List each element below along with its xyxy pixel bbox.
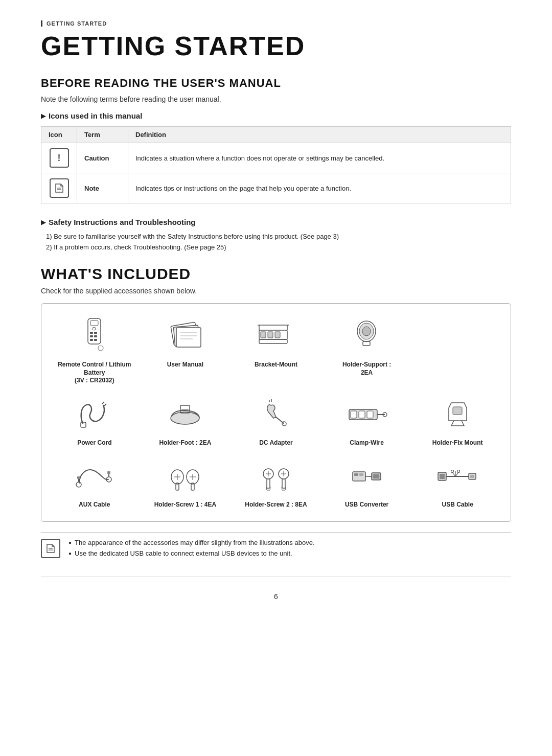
col-term: Term [77,127,128,143]
svg-rect-45 [453,407,462,415]
svg-point-33 [171,412,199,424]
holder-foot-label: Holder-Foot : 2EA [159,439,211,447]
holder-foot-image [159,394,211,435]
accessory-aux-cable: AUX Cable [52,456,137,509]
user-manual-image [159,316,211,357]
svg-line-81 [455,472,458,476]
usb-cable-label: USB Cable [442,501,473,509]
svg-rect-41 [359,411,365,418]
svg-rect-63 [267,479,270,488]
notes-box: The appearance of the accessories may di… [41,532,511,566]
dc-adapter-label: DC Adapter [259,439,293,447]
svg-line-80 [452,472,455,476]
accessory-user-manual: User Manual [143,316,228,385]
svg-rect-20 [268,332,273,338]
holder-screw1-label: Holder-Screw 1 : 4EA [154,501,216,509]
svg-point-46 [76,482,81,487]
svg-rect-68 [353,472,365,481]
svg-rect-51 [107,471,110,474]
svg-rect-73 [373,474,379,478]
svg-rect-5 [90,332,93,334]
holder-fix-mount-label: Holder-Fix Mount [432,439,483,447]
remote-control-label: Remote Control / Lithium Battery(3V : CR… [52,361,137,385]
note-icon [50,178,69,198]
svg-rect-8 [94,335,97,337]
svg-point-38 [282,422,286,426]
aux-cable-image [69,456,120,497]
svg-rect-48 [77,476,80,479]
accessory-remote-control: Remote Control / Lithium Battery(3V : CR… [52,316,137,385]
bracket-mount-image [250,316,302,357]
accessory-dc-adapter: DC Adapter [233,394,319,447]
usb-converter-image [341,456,393,497]
svg-point-28 [362,327,371,336]
holder-screw1-image [159,456,211,497]
svg-point-82 [451,470,454,473]
note-item-1: The appearance of the accessories may di… [68,539,315,546]
usb-converter-label: USB Converter [345,501,388,509]
holder-support-image [341,316,393,357]
before-reading-subtitle: Note the following terms before reading … [41,95,511,103]
caution-icon: ! [50,148,69,168]
svg-rect-14 [176,328,201,347]
holder-fix-mount-image [432,394,483,435]
power-cord-label: Power Cord [77,439,111,447]
note-definition: Indicates tips or instructions on the pa… [128,173,511,203]
whats-included-subtitle: Check for the supplied accessories shown… [41,287,511,295]
bottom-divider [41,577,511,577]
accessory-holder-support: Holder-Support :2EA [324,316,410,385]
svg-rect-6 [94,332,97,334]
col-icon: Icon [41,127,77,143]
holder-screw2-image [250,456,302,497]
svg-rect-21 [275,332,280,338]
svg-rect-69 [354,473,358,476]
table-row: Note Indicates tips or instructions on t… [41,173,511,203]
accessory-usb-converter: USB Converter [324,456,410,509]
svg-rect-19 [261,332,266,338]
accessory-holder-foot: Holder-Foot : 2EA [143,394,228,447]
svg-rect-42 [367,411,373,418]
accessory-holder-fix-mount: Holder-Fix Mount [415,394,500,447]
note-icon-cell [41,173,77,203]
accessories-grid: Remote Control / Lithium Battery(3V : CR… [52,316,500,509]
svg-rect-3 [90,320,98,326]
accessory-holder-screw1: Holder-Screw 1 : 4EA [143,456,228,509]
safety-section: Safety Instructions and Troubleshooting … [41,218,511,251]
svg-rect-22 [259,339,287,343]
dc-adapter-image [250,394,302,435]
holder-support-label: Holder-Support :2EA [342,361,391,377]
usb-cable-image [432,456,483,497]
safety-list: 1) Be sure to familiarise yourself with … [41,233,511,251]
whats-included-title: WHAT'S INCLUDED [41,265,511,283]
accessory-power-cord: Power Cord [52,394,137,447]
svg-line-31 [102,402,104,404]
accessory-spacer [415,316,500,385]
page-title: GETTING STARTED [41,31,511,61]
svg-rect-78 [470,475,474,478]
remote-control-image [69,316,120,357]
svg-point-4 [93,327,96,330]
svg-rect-67 [282,479,285,488]
svg-rect-9 [90,339,93,341]
bracket-mount-label: Bracket-Mount [255,361,297,369]
svg-point-11 [98,346,103,351]
accessory-clamp-wire: Clamp-Wire [324,394,410,447]
caution-term: Caution [77,143,128,173]
icons-heading: Icons used in this manual [41,111,511,120]
user-manual-label: User Manual [167,361,203,369]
caution-definition: Indicates a situation where a function d… [128,143,511,173]
power-cord-image [69,394,120,435]
page-number: 6 [41,592,511,601]
svg-rect-70 [359,473,363,476]
note-item-2: Use the dedicated USB cable to connect e… [68,549,315,557]
before-reading-title: BEFORE READING THE USER'S MANUAL [41,77,511,90]
safety-item-2: 2) If a problem occurs, check Troublesho… [46,243,511,251]
col-definition: Definition [128,127,511,143]
icons-table: Icon Term Definition ! Caution Indicates… [41,126,511,203]
svg-line-32 [104,404,106,406]
holder-screw2-label: Holder-Screw 2 : 8EA [245,501,307,509]
aux-cable-label: AUX Cable [79,501,110,509]
clamp-wire-image [341,394,393,435]
svg-rect-7 [90,335,93,337]
caution-icon-cell: ! [41,143,77,173]
